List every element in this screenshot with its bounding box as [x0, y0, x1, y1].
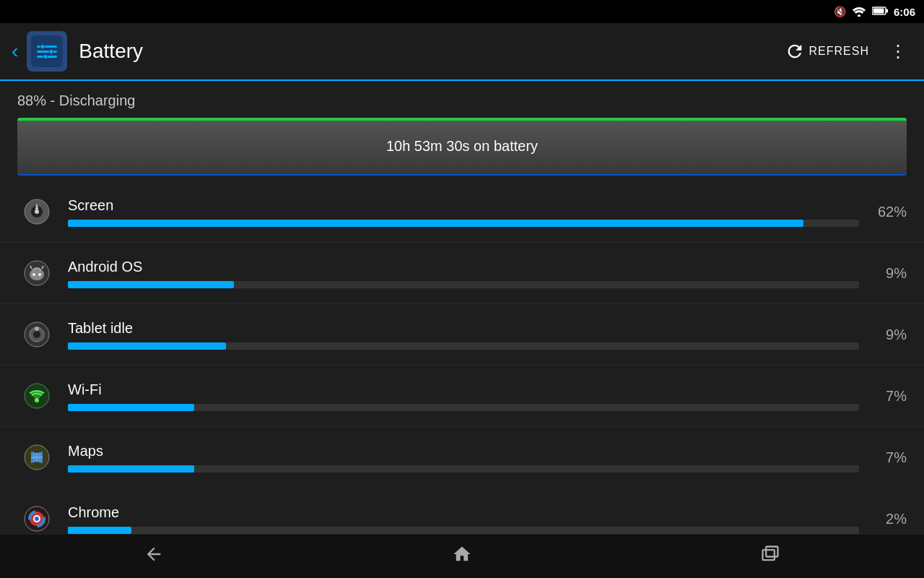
item-bar-fill: [68, 465, 194, 473]
svg-rect-5: [37, 46, 57, 48]
maps-icon: [17, 438, 56, 477]
svg-point-8: [49, 50, 53, 54]
back-nav-button[interactable]: [115, 538, 193, 574]
battery-list-item[interactable]: Android OS 9%: [0, 243, 924, 304]
page-title: Battery: [79, 40, 775, 63]
svg-rect-7: [37, 51, 57, 53]
battery-chart: 10h 53m 30s on battery: [17, 118, 907, 176]
svg-point-0: [858, 14, 860, 17]
item-bar-fill: [68, 404, 194, 411]
item-bar-fill: [68, 220, 803, 227]
item-percent: 9%: [871, 265, 907, 282]
item-percent: 62%: [871, 204, 907, 220]
wifi-icon: [17, 376, 56, 415]
refresh-button[interactable]: REFRESH: [776, 35, 878, 67]
svg-rect-32: [762, 550, 774, 560]
battery-usage-list: Screen 62% Android OS 9% Tablet idle 9% …: [0, 181, 924, 550]
back-icon[interactable]: ‹: [12, 40, 18, 63]
item-name: Android OS: [68, 259, 859, 275]
item-bar-bg: [68, 342, 859, 350]
battery-list-item[interactable]: Wi-Fi 7%: [0, 366, 924, 427]
svg-point-13: [35, 210, 39, 214]
chrome-icon: [17, 499, 56, 538]
status-time: 6:06: [894, 6, 915, 18]
recents-nav-button[interactable]: [731, 538, 809, 574]
item-percent: 7%: [871, 388, 907, 405]
svg-rect-2: [886, 9, 888, 12]
item-name: Maps: [68, 443, 859, 460]
item-details: Maps: [68, 443, 859, 473]
item-bar-bg: [68, 465, 859, 473]
svg-point-15: [30, 269, 44, 280]
svg-point-17: [38, 273, 41, 276]
home-nav-button[interactable]: [423, 538, 501, 574]
mute-icon: 🔇: [834, 6, 846, 17]
item-details: Chrome: [68, 504, 859, 534]
item-bar-bg: [68, 404, 859, 411]
item-details: Wi-Fi: [68, 381, 859, 411]
more-options-button[interactable]: ⋮: [884, 35, 912, 67]
battery-list-item[interactable]: Maps 7%: [0, 427, 924, 488]
chart-label: 10h 53m 30s on battery: [386, 138, 538, 155]
battery-status-icon: [872, 6, 888, 18]
item-percent: 9%: [871, 327, 907, 343]
item-name: Wi-Fi: [68, 381, 859, 398]
item-details: Tablet idle: [68, 320, 859, 350]
item-bar-bg: [68, 220, 859, 227]
refresh-label: REFRESH: [809, 45, 869, 58]
battery-list-item[interactable]: Screen 62%: [0, 181, 924, 243]
status-bar: 🔇 6:06: [0, 0, 924, 23]
tablet-icon: [17, 315, 56, 354]
wifi-status-icon: [852, 5, 866, 19]
item-name: Chrome: [68, 504, 859, 521]
item-details: Screen: [68, 197, 859, 227]
battery-status-text: 88% - Discharging: [0, 81, 924, 118]
svg-point-22: [33, 331, 40, 338]
item-percent: 7%: [871, 449, 907, 466]
app-icon: [27, 31, 67, 72]
item-details: Android OS: [68, 259, 859, 288]
item-name: Screen: [68, 197, 859, 214]
bottom-navigation: [0, 535, 924, 578]
svg-point-23: [35, 327, 39, 331]
item-name: Tablet idle: [68, 320, 859, 337]
item-bar-fill: [68, 281, 234, 288]
android-icon: [17, 254, 56, 293]
top-bar-actions: REFRESH ⋮: [776, 35, 912, 67]
svg-point-6: [40, 45, 45, 49]
item-bar-bg: [68, 281, 859, 288]
chart-line: [17, 118, 907, 121]
item-percent: 2%: [871, 511, 907, 527]
svg-rect-3: [873, 8, 884, 13]
battery-list-item[interactable]: Tablet idle 9%: [0, 304, 924, 366]
svg-point-25: [35, 398, 39, 402]
svg-point-31: [35, 517, 39, 521]
content-area: 88% - Discharging 10h 53m 30s on battery…: [0, 81, 924, 550]
svg-point-10: [43, 55, 48, 59]
screen-icon: [17, 192, 56, 231]
top-bar: ‹ Battery REFRESH ⋮: [0, 23, 924, 81]
svg-rect-33: [766, 547, 777, 557]
item-bar-fill: [68, 342, 226, 350]
svg-point-16: [32, 273, 35, 276]
item-bar-fill: [68, 527, 131, 534]
item-bar-bg: [68, 527, 859, 534]
